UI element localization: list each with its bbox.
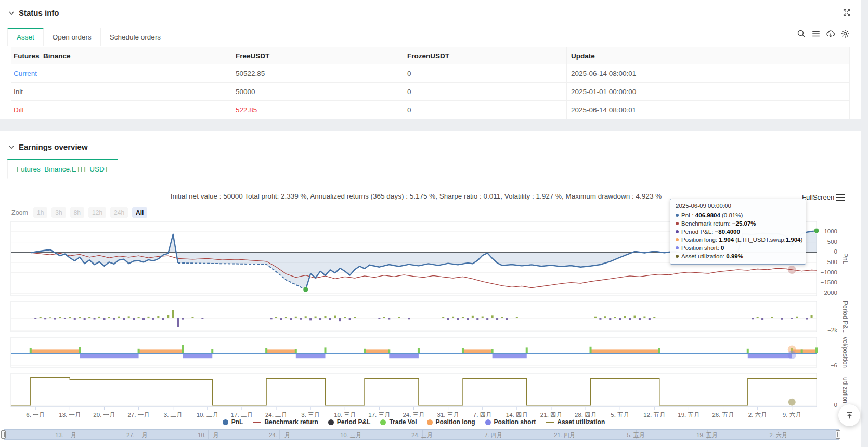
navigator-label: 13. 一月: [55, 430, 76, 440]
status-tabs: Asset Open orders Schedule orders: [7, 28, 170, 46]
chart-tooltip: 2025-06-09 00:00:00PnL: 406.9804 (0.81%)…: [670, 199, 806, 265]
legend-label: Position long: [436, 418, 475, 426]
asset-table: Futures_Binance FreeUSDT FrozenUSDT Upda…: [11, 47, 850, 119]
zoom-button-8h[interactable]: 8h: [70, 207, 84, 218]
y-tick-vol: −6: [818, 362, 837, 369]
fullscreen-button[interactable]: FullScreen: [802, 193, 834, 201]
y-tick-util: 0: [818, 402, 837, 408]
x-axis-label: 28. 四月: [575, 411, 597, 419]
navigator-label: 24. 二月: [269, 430, 290, 440]
tooltip-series-dot: [676, 255, 679, 258]
earnings-tabs: Futures_Binance.ETH_USDT: [7, 159, 118, 179]
legend-marker: [328, 419, 334, 425]
back-to-top-button[interactable]: [838, 404, 860, 426]
tab-open-orders[interactable]: Open orders: [44, 28, 101, 46]
x-axis-label: 31. 三月: [437, 411, 459, 419]
x-axis-label: 21. 四月: [540, 411, 562, 419]
x-axis-label: 12. 五月: [643, 411, 665, 419]
y-tick-pnl: 0: [818, 248, 837, 255]
x-axis-label: 5. 五月: [611, 411, 629, 419]
tooltip-series-dot: [676, 222, 679, 225]
y-axis-title-util: utilization: [841, 377, 849, 403]
earnings-header: Earnings overview: [8, 142, 88, 151]
status-info-header: Status info: [8, 8, 59, 17]
chart-legend: PnLBenchmark returnPeriod P&LTrade VolPo…: [11, 418, 817, 426]
tab-schedule-orders[interactable]: Schedule orders: [101, 28, 170, 46]
zoom-button-12h[interactable]: 12h: [88, 207, 106, 218]
chart-navigator[interactable]: 13. 一月27. 一月10. 二月24. 二月10. 三月24. 三月7. 四…: [4, 429, 839, 440]
zoom-label: Zoom: [11, 209, 28, 216]
menu-icon[interactable]: [811, 29, 821, 38]
navigator-label: 5. 五月: [627, 430, 644, 440]
y-tick-pnl: −1500: [818, 279, 837, 285]
x-axis-label: 17. 三月: [368, 411, 390, 419]
zoom-range-selector: Zoom 1h3h8h12h24hAll: [11, 207, 147, 218]
settings-icon[interactable]: [840, 29, 850, 38]
legend-label: Asset utilization: [557, 418, 605, 426]
legend-item-benchmark-return[interactable]: Benchmark return: [253, 418, 318, 426]
y-axis-title-vol: vol/position: [841, 337, 849, 368]
legend-item-asset-utilization[interactable]: Asset utilization: [546, 418, 605, 426]
navigator-label: 19. 五月: [696, 430, 717, 440]
chart-title: Initial net value : 50000 Total profit: …: [130, 192, 702, 200]
table-row-init: Init 50000 0 2025-01-01 00:00:00: [11, 83, 850, 101]
x-axis-label: 24. 二月: [265, 411, 287, 419]
col-freeusdt: FreeUSDT: [231, 47, 403, 64]
current-link[interactable]: Current: [14, 70, 37, 77]
legend-label: Benchmark return: [264, 418, 318, 426]
legend-marker: [380, 419, 386, 425]
x-axis-label: 3. 二月: [164, 411, 183, 419]
chart-context-menu-icon[interactable]: [836, 194, 845, 202]
navigator-label: 10. 二月: [198, 430, 218, 440]
legend-item-pnl[interactable]: PnL: [223, 418, 243, 426]
x-axis-label: 2. 六月: [748, 411, 767, 419]
legend-item-position-short[interactable]: Position short: [485, 418, 536, 426]
legend-marker: [253, 422, 261, 423]
navigator-handle-left[interactable]: [1, 430, 6, 439]
zoom-button-All[interactable]: All: [132, 207, 147, 218]
tooltip-row: Position short: 0: [676, 244, 800, 253]
x-axis-label: 17. 二月: [231, 411, 253, 419]
legend-marker: [485, 419, 491, 425]
x-axis-label: 10. 二月: [197, 411, 218, 419]
earnings-overview-card: Earnings overview Futures_Binance.ETH_US…: [0, 131, 861, 447]
navigator-label: 10. 三月: [340, 430, 361, 440]
y-axis-title-pnl: PnL: [841, 253, 849, 264]
y-tick-pnl: −500: [818, 259, 837, 265]
tab-asset[interactable]: Asset: [7, 28, 44, 46]
legend-marker: [546, 422, 554, 423]
y-tick-period: −2k: [818, 327, 837, 333]
x-axis-label: 27. 一月: [127, 411, 149, 419]
col-frozenusdt: FrozenUSDT: [403, 47, 567, 64]
tooltip-series-dot: [676, 214, 679, 217]
col-futures-binance: Futures_Binance: [11, 47, 231, 64]
x-axis-label: 24. 三月: [403, 411, 424, 419]
navigator-label: 21. 四月: [554, 430, 575, 440]
x-axis-label: 20. 一月: [93, 411, 115, 419]
x-axis-label: 13. 一月: [59, 411, 81, 419]
tooltip-row: PnL: 406.9804 (0.81%): [676, 212, 800, 220]
tab-futures-binance-eth-usdt[interactable]: Futures_Binance.ETH_USDT: [7, 159, 118, 179]
search-icon[interactable]: [797, 29, 806, 38]
cloud-download-icon[interactable]: [826, 29, 835, 38]
status-toolbar: [797, 29, 850, 38]
navigator-handle-right[interactable]: [836, 430, 840, 439]
chevron-down-icon[interactable]: [8, 10, 15, 16]
zoom-button-1h[interactable]: 1h: [33, 207, 47, 218]
legend-item-period-p-l[interactable]: Period P&L: [328, 418, 371, 426]
tooltip-row: Benchmark return: −25.07%: [676, 220, 800, 228]
zoom-button-24h[interactable]: 24h: [110, 207, 128, 218]
legend-item-trade-vol[interactable]: Trade Vol: [380, 418, 417, 426]
legend-label: Trade Vol: [389, 418, 417, 426]
status-info-card: Status info Asset Open orders Schedule o…: [0, 0, 861, 119]
zoom-button-3h[interactable]: 3h: [51, 207, 66, 218]
x-axis-label: 9. 六月: [783, 411, 801, 419]
legend-item-position-long[interactable]: Position long: [427, 418, 475, 426]
chevron-down-icon[interactable]: [8, 144, 15, 150]
expand-icon[interactable]: [843, 8, 851, 17]
tooltip-series-dot: [676, 238, 679, 241]
y-tick-pnl: −1000: [818, 269, 837, 275]
tooltip-series-dot: [676, 246, 679, 249]
x-axis-label: 19. 五月: [678, 411, 699, 419]
navigator-label: 7. 四月: [484, 430, 502, 440]
